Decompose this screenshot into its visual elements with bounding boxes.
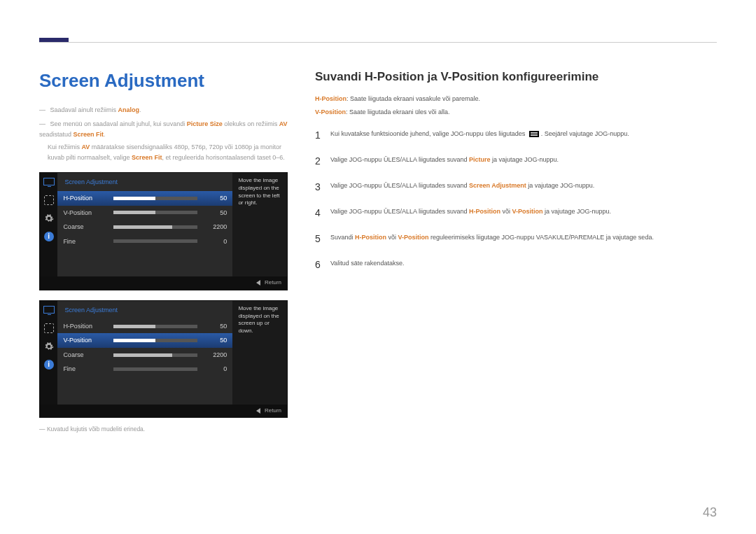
osd-row-label: V-Position <box>63 335 113 345</box>
osd-row-value: 0 <box>203 364 227 374</box>
picture-icon <box>43 195 55 205</box>
osd-panel-2: i Screen Adjustment H-Position 50V-Posit… <box>39 300 288 419</box>
osd-row-value: 50 <box>203 321 227 331</box>
n2-b2: AV <box>279 120 288 127</box>
step-2: 2Valige JOG-nuppu ÜLES/ALLA liigutades s… <box>315 154 718 169</box>
step-text: Valige JOG-nuppu ÜLES/ALLA liigutades su… <box>330 154 718 169</box>
step-6: 6Valitud säte rakendatakse. <box>315 258 718 272</box>
osd-row-value: 50 <box>203 335 227 345</box>
osd1-help: Move the image displayed on the screen t… <box>232 173 287 276</box>
n3-pre: Kui režiimis <box>48 143 82 150</box>
osd1-title: Screen Adjustment <box>57 173 232 191</box>
osd1-return: Return <box>265 279 281 286</box>
n2-post: . <box>104 131 106 138</box>
osd2-help: Move the image displayed on the screen u… <box>232 301 287 405</box>
note1-post: . <box>139 106 141 113</box>
gear-icon <box>43 342 55 351</box>
osd-row-label: Fine <box>63 237 113 246</box>
osd-row-coarse: Coarse 2200 <box>57 348 232 362</box>
step-4: 4Valige JOG-nuppu ÜLES/ALLA liigutades s… <box>315 206 718 220</box>
osd-row-label: Coarse <box>63 222 113 232</box>
note1-pre: Saadaval ainult režiimis <box>50 106 118 113</box>
osd2-main: Screen Adjustment H-Position 50V-Positio… <box>57 301 232 405</box>
picture-icon <box>43 323 55 333</box>
osd-row-fine: Fine 0 <box>57 234 232 248</box>
osd-row-v-position: V-Position 50 <box>57 333 232 347</box>
info-icon: i <box>43 232 55 241</box>
n3-post: , et reguleerida horisontaalasendi taset… <box>162 154 285 161</box>
osd-row-value: 2200 <box>203 350 227 360</box>
osd-row-coarse: Coarse 2200 <box>57 220 232 234</box>
osd-row-bar <box>113 339 197 342</box>
osd-row-h-position: H-Position 50 <box>57 191 232 205</box>
osd-row-label: Fine <box>63 364 113 374</box>
n2-b1: Picture Size <box>187 120 223 127</box>
osd-row-bar <box>113 225 197 229</box>
osd-row-label: H-Position <box>63 193 113 203</box>
step-text: Valige JOG-nuppu ÜLES/ALLA liigutades su… <box>330 180 718 195</box>
section-subtitle: Suvandi H-Position ja V-Position konfigu… <box>315 70 718 84</box>
osd1-nav-icons: i <box>40 173 57 276</box>
osd1-footer: Return <box>40 276 287 290</box>
page-title: Screen Adjustment <box>39 70 204 92</box>
step-number: 2 <box>315 154 330 169</box>
osd-row-label: V-Position <box>63 208 113 218</box>
n2-pre: See menüü on saadaval ainult juhul, kui … <box>50 120 187 127</box>
step-text: Kui kuvatakse funktsioonide juhend, vali… <box>330 128 718 143</box>
osd-panel-1: i Screen Adjustment H-Position 50V-Posit… <box>39 172 288 290</box>
note-picture-size: ― See menüü on saadaval ainult juhul, ku… <box>39 119 295 162</box>
note-analog: ― Saadaval ainult režiimis Analog. <box>39 105 295 115</box>
osd-row-value: 50 <box>203 193 227 203</box>
osd2-nav-icons: i <box>40 301 57 405</box>
osd-row-label: Coarse <box>63 350 113 360</box>
osd-row-value: 2200 <box>203 222 227 232</box>
osd-row-bar <box>113 325 197 328</box>
step-5: 5Suvandi H-Position või V-Position regul… <box>315 232 718 246</box>
step-number: 6 <box>315 258 330 272</box>
desc-v-position: V-Position: Saate liigutada ekraani üles… <box>315 107 718 118</box>
monitor-icon <box>43 177 55 187</box>
step-text: Suvandi H-Position või V-Position regule… <box>330 232 718 246</box>
info-icon: i <box>43 360 55 370</box>
left-column: ― Saadaval ainult režiimis Analog. ― See… <box>39 105 295 435</box>
page-number: 43 <box>703 505 717 520</box>
step-text: Valitud säte rakendatakse. <box>330 258 718 272</box>
header-rule <box>39 42 717 43</box>
n2-m1: olekuks on režiimis <box>223 120 279 127</box>
osd-row-value: 50 <box>203 208 227 218</box>
osd-row-bar <box>113 211 197 214</box>
step-3: 3Valige JOG-nuppu ÜLES/ALLA liigutades s… <box>315 180 718 195</box>
osd-row-fine: Fine 0 <box>57 362 232 376</box>
n3-b2: Screen Fit <box>132 154 162 161</box>
n2-b3: Screen Fit <box>74 131 104 138</box>
desc-h-position: H-Position: Saate liigutada ekraani vasa… <box>315 94 718 104</box>
osd-row-h-position: H-Position 50 <box>57 319 232 333</box>
step-number: 4 <box>315 206 330 220</box>
step-1: 1Kui kuvatakse funktsioonide juhend, val… <box>315 128 718 143</box>
osd-row-v-position: V-Position 50 <box>57 206 232 220</box>
note1-b: Analog <box>118 106 140 113</box>
menu-icon <box>529 131 539 137</box>
osd2-return: Return <box>265 407 281 414</box>
gear-icon <box>43 213 55 223</box>
disclaimer: ― Kuvatud kujutis võib mudeliti erineda. <box>39 425 295 435</box>
step-number: 1 <box>315 128 330 143</box>
osd-row-bar <box>113 353 197 357</box>
osd-row-value: 0 <box>203 237 227 246</box>
right-column: Suvandi H-Position ja V-Position konfigu… <box>315 70 718 283</box>
n3-b1: AV <box>82 143 90 150</box>
osd-row-label: H-Position <box>63 321 113 331</box>
osd-row-bar <box>113 197 197 200</box>
osd2-title: Screen Adjustment <box>57 301 232 319</box>
step-text: Valige JOG-nuppu ÜLES/ALLA liigutades su… <box>330 206 718 220</box>
monitor-icon <box>43 305 55 315</box>
osd1-main: Screen Adjustment H-Position 50V-Positio… <box>57 173 232 276</box>
osd-row-bar <box>113 367 197 371</box>
steps-list: 1Kui kuvatakse funktsioonide juhend, val… <box>315 128 718 272</box>
step-number: 5 <box>315 232 330 246</box>
osd-row-bar <box>113 239 197 243</box>
n2-m2: seadistatud <box>39 131 74 138</box>
step-number: 3 <box>315 180 330 195</box>
osd2-footer: Return <box>40 405 287 418</box>
